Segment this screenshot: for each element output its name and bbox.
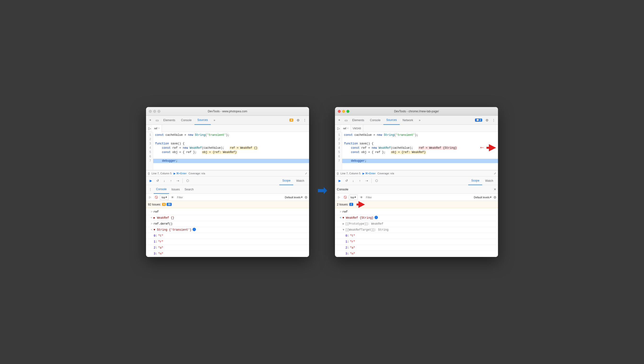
right-file-close[interactable]: × [347,127,349,130]
right-expand-icon[interactable]: ⤢ [494,172,496,175]
right-run-btn[interactable]: ▶ ⌘+Enter [362,172,376,175]
left-default-levels[interactable]: Default levels ▾ [284,195,304,199]
left-coverage: Coverage: n/a [188,172,205,175]
left-device-icon[interactable]: ▭ [154,117,160,124]
right-close-button[interactable] [338,110,341,113]
left-code-line-3: function save() { [153,142,309,146]
left-dbg-play[interactable]: ▶ [148,178,154,184]
left-ct-run[interactable]: ▷ [147,195,153,200]
left-title-bar: DevTools - www.photopea.com [146,107,309,116]
left-code-lines[interactable]: const cacheValue = new String('transient… [153,132,309,170]
right-dbg-step[interactable]: ⇢ [364,178,369,184]
left-arrow-1: > [151,210,152,214]
right-console-toolbar: ▷ 🚫 top ▾ 👁 Default levels ▾ ⚙ [335,194,498,201]
left-expand-icon[interactable]: ⤢ [305,172,307,175]
left-arrow-4: < [151,228,152,232]
right-line-numbers: 1 2 3 4 5 6 7 [335,132,342,170]
right-dbg-play[interactable]: ▶ [337,178,343,184]
left-console-tabs: ⋮ Console Issues Search [146,185,309,194]
right-ct-run[interactable]: ▷ [336,195,342,200]
left-tab-more[interactable]: » [211,116,218,125]
right-console-item-2: < ▼ WeakRef {String} i [335,215,498,221]
left-code-line-5: const obj = { ref }; obj = {ref: WeakRef… [153,150,309,154]
right-console-item-1: > ref [335,209,498,215]
left-file-tab-ref[interactable]: ref × [152,125,162,132]
left-window-title: DevTools - www.photopea.com [208,110,248,113]
right-play-icon[interactable]: ▷ [336,126,341,131]
right-cursor-icon[interactable]: ⌖ [336,117,343,124]
right-maximize-button[interactable] [346,110,349,113]
right-default-levels[interactable]: Default levels ▾ [473,195,493,199]
right-default-levels-label: Default levels [474,196,490,199]
left-top-label: top [162,196,165,199]
left-val-3: "n" [158,252,163,256]
right-watch-tab[interactable]: Watch [482,176,496,185]
left-play-icon[interactable]: ▷ [147,126,152,131]
left-tab-sources[interactable]: Sources [194,116,211,125]
left-ct-eye[interactable]: 👁 [170,195,175,200]
right-val-0: "t" [350,234,355,238]
left-console-tab[interactable]: Console [154,185,169,194]
right-dbg-deactivate[interactable]: ⬡ [373,178,379,184]
left-dbg-step[interactable]: ⇢ [175,178,180,184]
left-tab-elements[interactable]: Elements [160,116,178,125]
right-code-lines[interactable]: const cacheValue = new String('transient… [342,132,498,170]
left-maximize-button[interactable] [157,110,160,113]
right-val-2: "a" [350,246,355,250]
right-devtools-window: DevTools - chrome://new-tab-page/ ⌖ ▭ El… [335,107,498,257]
right-tab-network[interactable]: Network [400,116,416,125]
right-ct-eye[interactable]: 👁 [359,195,364,200]
right-device-icon[interactable]: ▭ [343,117,349,124]
left-dbg-step-out[interactable]: ↑ [168,178,174,184]
right-tab-more[interactable]: » [416,116,423,125]
left-dbg-step-into[interactable]: ↓ [161,178,167,184]
left-issues-tab[interactable]: Issues [169,185,182,194]
left-settings-icon[interactable]: ⚙ [295,117,301,124]
right-top-dropdown[interactable]: top ▾ [349,195,358,200]
left-scope-tab[interactable]: Scope [279,176,293,185]
right-status-bar: {} Line 7, Column 5 ▶ ⌘+Enter Coverage: … [335,170,498,176]
right-dbg-step-over[interactable]: ↺ [344,178,349,184]
right-dbg-step-out[interactable]: ↑ [357,178,363,184]
left-console-menu[interactable]: ⋮ [147,186,154,193]
right-console-item-3: ▶ [[Prototype]]: WeakRef [335,221,498,227]
left-menu-icon[interactable]: ⋮ [301,117,308,124]
left-close-button[interactable] [149,110,152,113]
right-console-settings[interactable]: ⚙ [493,196,497,199]
right-scope-tab[interactable]: Scope [468,176,482,185]
left-code-line-2 [153,137,309,142]
left-cursor-icon[interactable]: ⌖ [147,117,154,124]
left-filter-input[interactable] [176,196,283,199]
right-tab-console[interactable]: Console [367,116,383,125]
right-file-tab-ref[interactable]: ref × [341,125,351,132]
left-ct-ban[interactable]: 🚫 [154,195,159,200]
left-tab-console[interactable]: Console [178,116,194,125]
left-search-tab[interactable]: Search [182,185,196,194]
right-tab-elements[interactable]: Elements [349,116,367,125]
right-bottom-panel: Console × ▷ 🚫 top ▾ 👁 Default levels ▾ ⚙ [335,185,498,257]
right-val-1: "r" [350,240,355,244]
left-file-close[interactable]: × [158,127,160,130]
left-console-text-4: ▼ String {'transient'} [153,228,191,232]
left-code-area: 1 2 3 4 5 6 7 const cacheValue = new Str… [146,132,309,170]
right-dbg-step-into[interactable]: ↓ [350,178,356,184]
right-code-line-6 [342,154,498,159]
right-issues-bar: 2 Issues: 2 [335,201,498,208]
left-curly-braces: {} [148,172,150,175]
right-tab-sources[interactable]: Sources [383,116,400,125]
left-run-btn[interactable]: ▶ ⌘+Enter [174,172,187,175]
right-menu-icon[interactable]: ⋮ [490,117,497,124]
right-filter-input[interactable] [365,196,472,199]
left-minimize-button[interactable] [153,110,156,113]
right-settings-icon[interactable]: ⚙ [484,117,490,124]
left-top-dropdown[interactable]: top ▾ [160,195,169,200]
left-dbg-step-over[interactable]: ↺ [155,178,160,184]
left-console-settings[interactable]: ⚙ [305,196,308,199]
right-minimize-button[interactable] [342,110,345,113]
right-ct-ban[interactable]: 🚫 [343,195,348,200]
right-code-line-4: const ref = new WeakRef(cacheValue); ref… [342,146,498,150]
left-watch-tab[interactable]: Watch [293,176,307,185]
right-file-tab-vm[interactable]: VM348 [351,125,363,132]
left-dbg-deactivate[interactable]: ⬡ [185,178,190,184]
right-console-close[interactable]: × [494,187,496,192]
